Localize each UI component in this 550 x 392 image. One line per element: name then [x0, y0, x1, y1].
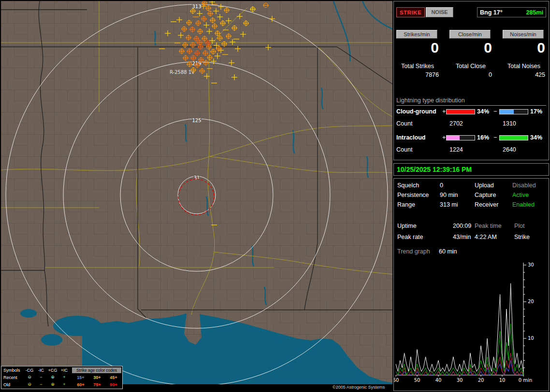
- age-15: 15+: [74, 375, 87, 380]
- svg-text:20: 20: [528, 299, 534, 304]
- recent-ncg-icon: ⊖: [24, 375, 35, 380]
- legend-old-label: Old: [3, 382, 10, 387]
- legend-col-pcg: +CG: [47, 368, 58, 373]
- svg-text:20: 20: [478, 378, 484, 383]
- recent-pcg-icon: ⊕: [47, 375, 58, 380]
- receiver-label: Receiver: [475, 201, 498, 208]
- age-90: 90+: [107, 382, 120, 387]
- capture-status: Active: [512, 192, 529, 198]
- noises-per-min-button[interactable]: Noises/min: [503, 30, 544, 39]
- map-canvas[interactable]: 313 219 125 31 R-2588 1v: [1, 1, 392, 384]
- strike-toggle-button[interactable]: STRIKE: [396, 7, 425, 17]
- total-close-label: Total Close: [449, 63, 492, 70]
- map-svg: 313 219 125 31 R-2588 1v: [1, 1, 392, 384]
- ring-label: 31: [194, 175, 200, 181]
- close-per-min-button[interactable]: Close/min: [449, 30, 491, 39]
- upload-status: Disabled: [512, 182, 536, 189]
- total-close-value: 0: [449, 71, 492, 78]
- legend-recent-label: Recent: [3, 375, 17, 380]
- range-label: Range: [397, 201, 415, 208]
- strikes-rate-value: 0: [396, 41, 439, 55]
- bearing-label: Bng 17°: [480, 9, 503, 16]
- datetime-panel: 10/25/2025 12:39:16 PM: [393, 163, 549, 176]
- svg-text:0 min: 0 min: [519, 378, 532, 383]
- ic-positive-count: 1224: [449, 146, 463, 153]
- age-45: 45+: [107, 375, 120, 380]
- total-strikes-label: Total Strikes: [396, 63, 439, 70]
- cloud-ground-label: Cloud-ground: [396, 108, 436, 115]
- cg-positive-pct: 34%: [477, 108, 489, 115]
- symbol-legend: Symbols -CG -IC +CG +IC Strike age color…: [1, 366, 123, 389]
- noise-toggle-button[interactable]: NOISE: [426, 7, 453, 17]
- cg-count-label: Count: [396, 120, 412, 127]
- legend-col-pic: +IC: [58, 368, 70, 373]
- noises-rate-value: 0: [503, 41, 545, 55]
- old-ncg-icon: ⊖: [24, 382, 35, 387]
- svg-text:10: 10: [528, 336, 534, 341]
- ring-label: 125: [192, 118, 201, 123]
- cg-positive-gauge: [446, 109, 475, 114]
- cg-negative-pct: 17%: [530, 108, 542, 115]
- status-panel: Squelch 0 Upload Disabled Persistence 90…: [393, 178, 549, 391]
- bearing-range: 285mi: [526, 9, 543, 16]
- legend-symbols-label: Symbols: [3, 368, 20, 373]
- distribution-title: Lightning type distribution: [396, 97, 546, 106]
- peak-rate-label: Peak rate: [397, 234, 423, 240]
- age-30: 30+: [90, 375, 104, 380]
- total-strikes-value: 7876: [396, 71, 439, 78]
- total-noises-value: 425: [503, 71, 545, 78]
- ic-positive-gauge: [446, 135, 475, 140]
- copyright-text: ©2005 Astrogenic Systems: [333, 385, 385, 390]
- peak-time-value: 4:22 AM: [475, 234, 497, 240]
- peak-time-label: Peak time: [475, 223, 502, 229]
- ic-negative-pct: 34%: [530, 134, 542, 141]
- receiver-status: Enabled: [512, 201, 535, 208]
- total-noises-label: Total Noises: [503, 63, 545, 70]
- ic-negative-gauge: [499, 135, 528, 140]
- age-75: 75+: [90, 382, 104, 387]
- uptime-value: 200:09: [453, 223, 471, 229]
- ic-positive-pct: 16%: [477, 134, 489, 141]
- plus-sign: +: [442, 134, 446, 141]
- old-pcg-icon: ⊕: [47, 382, 58, 387]
- old-pic-icon: +: [58, 382, 70, 387]
- persistence-value: 90 min: [440, 192, 458, 198]
- close-rate-value: 0: [449, 41, 492, 55]
- legend-age-title: Strike age color codes: [72, 367, 121, 373]
- strikes-per-min-button[interactable]: Strikes/min: [396, 30, 437, 39]
- intracloud-label: Intracloud: [396, 134, 425, 141]
- legend-col-nic: -IC: [35, 368, 47, 373]
- svg-text:30: 30: [528, 262, 534, 267]
- recent-nic-icon: −: [35, 375, 47, 380]
- cg-positive-count: 2702: [449, 120, 463, 127]
- svg-text:10: 10: [499, 378, 506, 383]
- age-60: 60+: [74, 382, 87, 387]
- plus-sign: +: [442, 108, 446, 115]
- trend-graph: 3020106050403020100 min: [394, 260, 549, 388]
- svg-text:40: 40: [435, 378, 442, 383]
- upload-label: Upload: [475, 182, 494, 189]
- trend-graph-label: Trend graph: [397, 248, 430, 255]
- squelch-value: 0: [440, 182, 443, 189]
- datetime-display: 10/25/2025 12:39:16 PM: [397, 166, 472, 173]
- minus-sign: −: [493, 108, 497, 115]
- persistence-label: Persistence: [397, 192, 429, 198]
- trend-window-value: 60 min: [439, 248, 457, 255]
- ic-count-label: Count: [396, 146, 412, 153]
- uptime-label: Uptime: [397, 223, 417, 229]
- minus-sign: −: [493, 134, 497, 141]
- old-nic-icon: −: [35, 382, 47, 387]
- capture-label: Capture: [475, 192, 496, 198]
- legend-col-ncg: -CG: [24, 368, 35, 373]
- svg-text:50: 50: [414, 378, 420, 383]
- cg-negative-gauge: [499, 109, 528, 114]
- plot-label: Plot: [514, 223, 525, 229]
- plot-value: Strike: [514, 234, 530, 240]
- squelch-label: Squelch: [397, 182, 419, 189]
- svg-text:60: 60: [394, 378, 399, 383]
- peak-rate-value: 43/min: [453, 234, 471, 240]
- ic-negative-count: 2640: [503, 146, 516, 153]
- cg-negative-count: 1310: [503, 120, 516, 127]
- range-value: 313 mi: [440, 201, 458, 208]
- svg-text:30: 30: [457, 378, 463, 383]
